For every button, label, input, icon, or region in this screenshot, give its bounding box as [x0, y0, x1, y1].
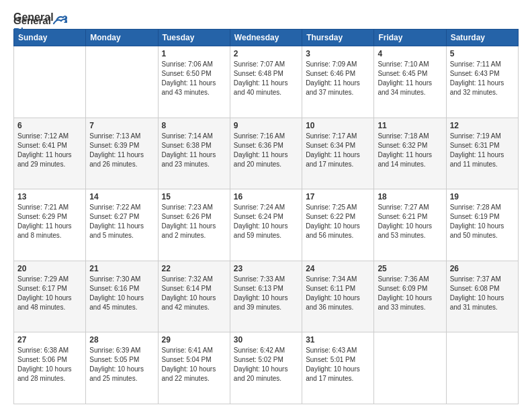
- calendar-cell: 21Sunrise: 7:30 AMSunset: 6:16 PMDayligh…: [86, 261, 158, 332]
- day-number: 7: [89, 121, 154, 130]
- cell-daylight: Daylight: 11 hours and 34 minutes.: [378, 79, 432, 96]
- calendar-cell: 1Sunrise: 7:06 AMSunset: 6:50 PMDaylight…: [158, 46, 230, 118]
- weekday-header-wednesday: Wednesday: [230, 30, 302, 46]
- cell-sunset: Sunset: 6:48 PM: [234, 70, 283, 77]
- calendar-cell: 22Sunrise: 7:32 AMSunset: 6:14 PMDayligh…: [158, 261, 230, 332]
- cell-sunrise: Sunrise: 7:36 AM: [378, 275, 429, 283]
- cell-sunrise: Sunrise: 7:17 AM: [306, 132, 357, 140]
- cell-sunrise: Sunrise: 7:23 AM: [162, 203, 213, 211]
- calendar-cell: 15Sunrise: 7:23 AMSunset: 6:26 PMDayligh…: [158, 189, 230, 261]
- cell-sunset: Sunset: 6:29 PM: [17, 213, 67, 220]
- logo-general-word: General: [13, 15, 51, 26]
- day-number: 12: [450, 121, 515, 130]
- cell-daylight: Daylight: 11 hours and 2 minutes.: [162, 222, 216, 239]
- cell-sunset: Sunset: 5:02 PM: [234, 356, 283, 363]
- cell-sunrise: Sunrise: 7:22 AM: [89, 203, 140, 211]
- cell-sunset: Sunset: 6:21 PM: [378, 213, 427, 220]
- cell-sunrise: Sunrise: 7:10 AM: [378, 60, 429, 68]
- cell-sunset: Sunset: 6:43 PM: [450, 70, 500, 77]
- cell-sunrise: Sunrise: 7:06 AM: [162, 60, 213, 68]
- calendar-cell: 29Sunrise: 6:41 AMSunset: 5:04 PMDayligh…: [158, 332, 230, 404]
- cell-sunrise: Sunrise: 7:09 AM: [306, 60, 357, 68]
- day-number: 17: [306, 192, 370, 201]
- cell-sunrise: Sunrise: 7:34 AM: [306, 275, 357, 283]
- cell-sunset: Sunset: 6:16 PM: [89, 285, 139, 292]
- calendar-cell: [374, 332, 446, 404]
- calendar-cell: 10Sunrise: 7:17 AMSunset: 6:34 PMDayligh…: [302, 118, 374, 189]
- day-number: 25: [378, 264, 442, 273]
- cell-sunrise: Sunrise: 7:30 AM: [89, 275, 140, 283]
- weekday-header-row: SundayMondayTuesdayWednesdayThursdayFrid…: [14, 30, 519, 46]
- week-row-4: 27Sunrise: 6:38 AMSunset: 5:06 PMDayligh…: [14, 332, 519, 404]
- cell-sunrise: Sunrise: 7:27 AM: [378, 203, 429, 211]
- cell-sunset: Sunset: 6:38 PM: [162, 142, 212, 149]
- calendar-cell: 24Sunrise: 7:34 AMSunset: 6:11 PMDayligh…: [302, 261, 374, 332]
- cell-sunrise: Sunrise: 7:29 AM: [17, 275, 69, 283]
- cell-sunset: Sunset: 6:24 PM: [234, 213, 283, 220]
- cell-daylight: Daylight: 10 hours and 53 minutes.: [378, 222, 432, 239]
- cell-sunset: Sunset: 5:05 PM: [89, 356, 139, 363]
- calendar-cell: 18Sunrise: 7:27 AMSunset: 6:21 PMDayligh…: [374, 189, 446, 261]
- cell-sunrise: Sunrise: 7:37 AM: [450, 275, 501, 283]
- cell-daylight: Daylight: 10 hours and 45 minutes.: [89, 294, 144, 311]
- cell-daylight: Daylight: 10 hours and 59 minutes.: [234, 222, 288, 239]
- cell-sunrise: Sunrise: 7:32 AM: [162, 275, 213, 283]
- calendar-cell: 30Sunrise: 6:42 AMSunset: 5:02 PMDayligh…: [230, 332, 302, 404]
- calendar-cell: 4Sunrise: 7:10 AMSunset: 6:45 PMDaylight…: [374, 46, 446, 118]
- cell-daylight: Daylight: 10 hours and 36 minutes.: [306, 294, 360, 311]
- cell-daylight: Daylight: 10 hours and 22 minutes.: [162, 365, 216, 382]
- cell-sunrise: Sunrise: 7:11 AM: [450, 60, 501, 68]
- cell-sunset: Sunset: 6:34 PM: [306, 142, 355, 149]
- cell-sunset: Sunset: 6:19 PM: [450, 213, 500, 220]
- cell-sunset: Sunset: 6:17 PM: [17, 285, 67, 292]
- day-number: 2: [234, 49, 298, 58]
- weekday-header-monday: Monday: [86, 30, 158, 46]
- cell-daylight: Daylight: 10 hours and 20 minutes.: [234, 365, 288, 382]
- calendar-cell: 6Sunrise: 7:12 AMSunset: 6:41 PMDaylight…: [14, 118, 86, 189]
- cell-sunrise: Sunrise: 6:43 AM: [306, 347, 357, 354]
- day-number: 6: [17, 121, 82, 130]
- logo-blue-word: Blue: [13, 26, 67, 37]
- cell-daylight: Daylight: 10 hours and 33 minutes.: [378, 294, 432, 311]
- cell-daylight: Daylight: 11 hours and 8 minutes.: [17, 222, 72, 239]
- day-number: 22: [162, 264, 226, 273]
- cell-sunrise: Sunrise: 6:42 AM: [234, 347, 285, 354]
- cell-daylight: Daylight: 11 hours and 29 minutes.: [17, 151, 72, 168]
- cell-sunset: Sunset: 6:11 PM: [306, 285, 355, 292]
- cell-sunset: Sunset: 6:08 PM: [450, 285, 500, 292]
- cell-sunrise: Sunrise: 7:14 AM: [162, 132, 213, 140]
- calendar-cell: 19Sunrise: 7:28 AMSunset: 6:19 PMDayligh…: [446, 189, 518, 261]
- cell-sunset: Sunset: 6:14 PM: [162, 285, 212, 292]
- calendar-cell: 9Sunrise: 7:16 AMSunset: 6:36 PMDaylight…: [230, 118, 302, 189]
- calendar-cell: 28Sunrise: 6:39 AMSunset: 5:05 PMDayligh…: [86, 332, 158, 404]
- day-number: 9: [234, 121, 298, 130]
- cell-sunset: Sunset: 6:09 PM: [378, 285, 427, 292]
- calendar-cell: 13Sunrise: 7:21 AMSunset: 6:29 PMDayligh…: [14, 189, 86, 261]
- week-row-2: 13Sunrise: 7:21 AMSunset: 6:29 PMDayligh…: [14, 189, 519, 261]
- calendar-cell: 17Sunrise: 7:25 AMSunset: 6:22 PMDayligh…: [302, 189, 374, 261]
- calendar-cell: 3Sunrise: 7:09 AMSunset: 6:46 PMDaylight…: [302, 46, 374, 118]
- cell-sunset: Sunset: 6:45 PM: [378, 70, 427, 77]
- cell-daylight: Daylight: 10 hours and 48 minutes.: [17, 294, 72, 311]
- cell-sunrise: Sunrise: 7:19 AM: [450, 132, 501, 140]
- cell-daylight: Daylight: 10 hours and 39 minutes.: [234, 294, 288, 311]
- cell-sunrise: Sunrise: 7:12 AM: [17, 132, 69, 140]
- calendar-cell: 23Sunrise: 7:33 AMSunset: 6:13 PMDayligh…: [230, 261, 302, 332]
- day-number: 31: [306, 335, 370, 345]
- day-number: 10: [306, 121, 370, 130]
- week-row-1: 6Sunrise: 7:12 AMSunset: 6:41 PMDaylight…: [14, 118, 519, 189]
- cell-sunrise: Sunrise: 6:38 AM: [17, 347, 69, 354]
- cell-sunset: Sunset: 5:04 PM: [162, 356, 212, 363]
- cell-sunrise: Sunrise: 7:18 AM: [378, 132, 429, 140]
- calendar-cell: 11Sunrise: 7:18 AMSunset: 6:32 PMDayligh…: [374, 118, 446, 189]
- calendar-cell: [86, 46, 158, 118]
- cell-daylight: Daylight: 11 hours and 17 minutes.: [306, 151, 360, 168]
- weekday-header-friday: Friday: [374, 30, 446, 46]
- calendar-cell: 20Sunrise: 7:29 AMSunset: 6:17 PMDayligh…: [14, 261, 86, 332]
- calendar-cell: 26Sunrise: 7:37 AMSunset: 6:08 PMDayligh…: [446, 261, 518, 332]
- day-number: 8: [162, 121, 226, 130]
- cell-sunset: Sunset: 6:31 PM: [450, 142, 500, 149]
- day-number: 27: [17, 335, 82, 345]
- cell-sunset: Sunset: 6:46 PM: [306, 70, 355, 77]
- day-number: 14: [89, 192, 154, 201]
